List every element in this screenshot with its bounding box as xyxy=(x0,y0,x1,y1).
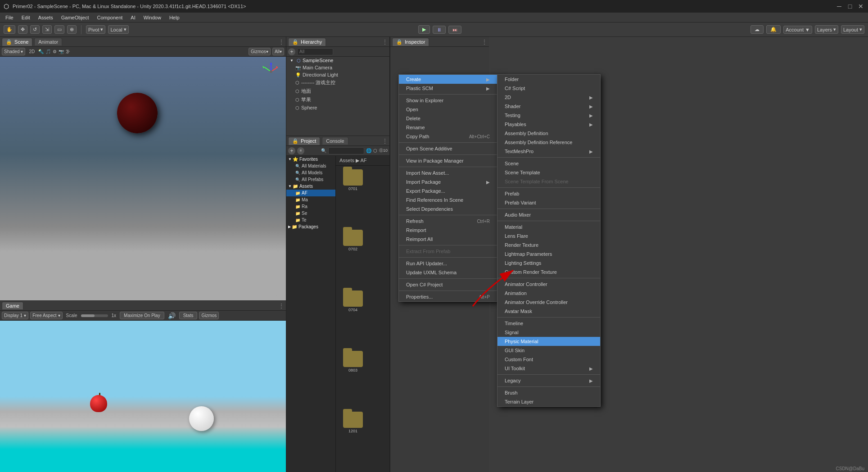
create-signal[interactable]: Signal xyxy=(497,328,600,337)
create-assembly-definition-reference[interactable]: Assembly Definition Reference xyxy=(497,138,600,147)
scale-slider[interactable] xyxy=(81,314,108,317)
create-render-texture[interactable]: Render Texture xyxy=(497,241,600,250)
create-custom-font[interactable]: Custom Font xyxy=(497,355,600,364)
step-button[interactable]: ⏭ xyxy=(448,26,461,34)
cloud-button[interactable]: ☁ xyxy=(750,25,764,34)
gizmos-game-dropdown[interactable]: Gizmos xyxy=(199,312,219,319)
create-gui-skin[interactable]: GUI Skin xyxy=(497,346,600,355)
ctx-open[interactable]: Open xyxy=(399,105,497,114)
pause-button[interactable]: ⏸ xyxy=(433,26,446,34)
project-options[interactable]: ⋮ xyxy=(382,138,388,144)
create-legacy[interactable]: Legacy ▶ xyxy=(497,376,600,385)
create-textmeshpro[interactable]: TextMeshPro ▶ xyxy=(497,147,600,156)
shading-mode-dropdown[interactable]: Shaded▾ xyxy=(2,48,25,55)
scale-tool[interactable]: ⇲ xyxy=(42,25,52,34)
create-playables[interactable]: Playables ▶ xyxy=(497,120,600,129)
ctx-run-api-updater[interactable]: Run API Updater... xyxy=(399,259,497,268)
folder-0702[interactable]: 0702 xyxy=(339,230,366,286)
folder-0701[interactable]: 0701 xyxy=(339,169,366,226)
create-lens-flare[interactable]: Lens Flare xyxy=(497,231,600,241)
console-tab[interactable]: Console xyxy=(322,137,348,145)
ctx-refresh[interactable]: Refresh Ctrl+R xyxy=(399,217,497,226)
create-physic-material[interactable]: Physic Material xyxy=(497,337,600,346)
stats-btn[interactable]: Stats xyxy=(179,312,198,319)
ctx-export-package[interactable]: Export Package... xyxy=(399,186,497,195)
ctx-import-new-asset[interactable]: Import New Asset... xyxy=(399,168,497,177)
hierarchy-item-sphere[interactable]: ⬡ Sphere xyxy=(286,104,389,111)
create-animator-controller[interactable]: Animator Controller xyxy=(497,280,600,289)
hierarchy-item-gamemaster[interactable]: ⬡ -------- 游戏主控 xyxy=(286,78,389,87)
project-tab[interactable]: 🔒 Project xyxy=(288,137,320,145)
create-scene[interactable]: Scene xyxy=(497,159,600,168)
ctx-view-package-manager[interactable]: View in Package Manager xyxy=(399,156,497,165)
aspect-dropdown[interactable]: Free Aspect▾ xyxy=(30,312,62,319)
game-tab[interactable]: Game xyxy=(2,302,23,309)
hierarchy-item-maincamera[interactable]: 📷 Main Camera xyxy=(286,64,389,71)
ctx-create[interactable]: Create ▶ xyxy=(399,75,497,84)
play-button[interactable]: ▶ xyxy=(418,25,430,34)
ctx-update-uxml-schema[interactable]: Update UXML Schema xyxy=(399,268,497,277)
create-testing[interactable]: Testing ▶ xyxy=(497,111,600,120)
close-button[interactable]: ✕ xyxy=(857,3,864,10)
menu-component[interactable]: Component xyxy=(93,14,126,21)
create-folder[interactable]: Folder xyxy=(497,75,600,84)
ctx-copy-path[interactable]: Copy Path Alt+Ctrl+C xyxy=(399,132,497,141)
tree-se[interactable]: 📁Se xyxy=(286,210,335,217)
menu-window[interactable]: Window xyxy=(140,14,165,21)
hierarchy-item-apple[interactable]: ⬡ 苹果 xyxy=(286,95,389,104)
tree-packages[interactable]: ▶ 📁 Packages xyxy=(286,223,335,230)
create-brush[interactable]: Brush xyxy=(497,388,600,397)
inspector-tab[interactable]: 🔒 Inspector xyxy=(392,38,429,46)
create-scene-template[interactable]: Scene Template xyxy=(497,168,600,177)
tree-af[interactable]: 📁AF xyxy=(286,190,335,196)
game-panel-options[interactable]: ⋮ xyxy=(279,303,284,309)
create-ui-toolkit[interactable]: UI Toolkit ▶ xyxy=(497,364,600,373)
folder-0803[interactable]: 0803 xyxy=(339,351,366,408)
layers-dropdown[interactable]: Layers▾ xyxy=(815,25,838,34)
tree-ma[interactable]: 📁Ma xyxy=(286,196,335,203)
ctx-import-package[interactable]: Import Package ▶ xyxy=(399,177,497,186)
create-audio-mixer[interactable]: Audio Mixer xyxy=(497,210,600,219)
ctx-delete[interactable]: Delete xyxy=(399,114,497,123)
create-timeline[interactable]: Timeline xyxy=(497,319,600,328)
create-material[interactable]: Material xyxy=(497,222,600,231)
tree-te[interactable]: 📁Te xyxy=(286,217,335,223)
local-dropdown[interactable]: Local▾ xyxy=(108,25,128,34)
create-animation[interactable]: Animation xyxy=(497,289,600,298)
ctx-open-scene-additive[interactable]: Open Scene Additive xyxy=(399,144,497,153)
hierarchy-tab[interactable]: 🔒 Hierarchy xyxy=(288,38,326,46)
account-dropdown[interactable]: Account ▼ xyxy=(783,26,812,34)
layout-dropdown[interactable]: Layout▾ xyxy=(841,25,864,34)
ctx-rename[interactable]: Rename xyxy=(399,123,497,132)
hierarchy-add-btn[interactable]: + xyxy=(288,48,295,55)
ctx-reimport[interactable]: Reimport xyxy=(399,226,497,235)
ctx-find-references[interactable]: Find References In Scene xyxy=(399,195,497,204)
menu-ai[interactable]: AI xyxy=(127,14,139,21)
create-2d[interactable]: 2D ▶ xyxy=(497,93,600,102)
maximize-button[interactable]: □ xyxy=(846,3,854,10)
folder-1201[interactable]: 1201 xyxy=(339,412,366,468)
create-avatar-mask[interactable]: Avatar Mask xyxy=(497,307,600,316)
collab-button[interactable]: 🔔 xyxy=(766,25,781,34)
project-folder-btn[interactable]: ≡ xyxy=(297,147,304,154)
move-tool[interactable]: ✥ xyxy=(18,25,27,34)
maximize-on-play[interactable]: Maximize On Play xyxy=(120,312,164,319)
tree-favorites[interactable]: ▼ ⭐ Favorites xyxy=(286,156,335,163)
create-lightmap-parameters[interactable]: Lightmap Parameters xyxy=(497,250,600,259)
menu-assets[interactable]: Assets xyxy=(35,14,57,21)
menu-edit[interactable]: Edit xyxy=(18,14,34,21)
create-assembly-definition[interactable]: Assembly Definition xyxy=(497,129,600,138)
menu-gameobject[interactable]: GameObject xyxy=(58,14,93,21)
tree-all-materials[interactable]: 🔍All Materials xyxy=(286,163,335,169)
ctx-plastic-scm[interactable]: Plastic SCM ▶ xyxy=(399,84,497,93)
rect-tool[interactable]: ▭ xyxy=(54,25,64,34)
all-scene-dropdown[interactable]: All▾ xyxy=(272,48,284,55)
folder-0704[interactable]: 0704 xyxy=(339,290,366,347)
hierarchy-options[interactable]: ⋮ xyxy=(382,39,388,45)
create-shader[interactable]: Shader ▶ xyxy=(497,102,600,111)
hierarchy-item-directionallight[interactable]: 💡 Directional Light xyxy=(286,71,389,78)
create-lighting-settings[interactable]: Lighting Settings xyxy=(497,259,600,268)
hierarchy-item-samplescene[interactable]: ⬡ SampleScene xyxy=(286,57,389,64)
scene-panel-options[interactable]: ⋮ xyxy=(279,39,284,45)
animator-tab[interactable]: Animator xyxy=(34,38,62,45)
